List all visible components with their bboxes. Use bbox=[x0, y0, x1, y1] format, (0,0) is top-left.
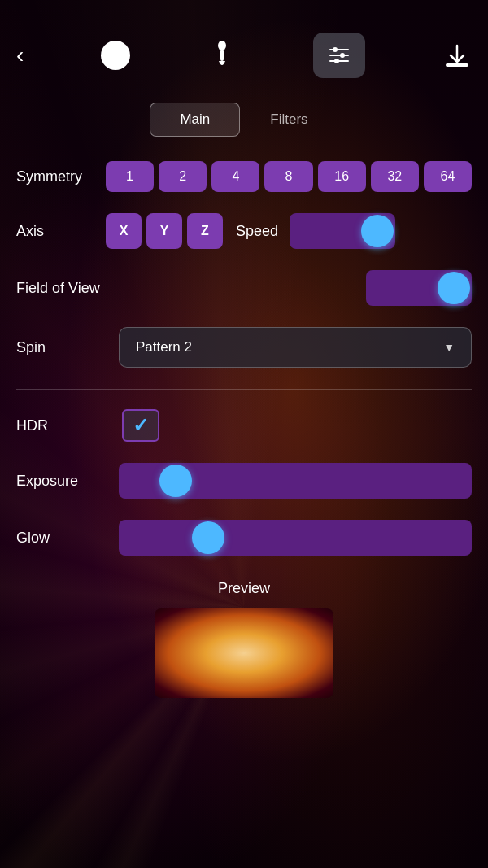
section-divider bbox=[16, 389, 472, 390]
svg-rect-1 bbox=[220, 50, 224, 61]
exposure-knob bbox=[159, 465, 192, 497]
glow-row: Glow bbox=[16, 520, 472, 556]
glow-knob bbox=[192, 521, 224, 554]
circle-icon bbox=[101, 41, 130, 70]
back-button[interactable]: ‹ bbox=[16, 42, 24, 68]
axis-buttons: X Y Z bbox=[106, 213, 223, 249]
field-of-view-label: Field of View bbox=[16, 280, 106, 297]
chevron-down-icon: ▼ bbox=[443, 341, 455, 354]
controls-panel: Symmetry 1 2 4 8 16 32 64 Axis X Y Z Spe… bbox=[0, 161, 488, 556]
tab-bar: Main Filters bbox=[0, 103, 488, 137]
svg-rect-8 bbox=[446, 63, 468, 67]
sliders-icon bbox=[328, 44, 351, 67]
hdr-row: HDR ✓ bbox=[16, 409, 472, 442]
axis-label: Axis bbox=[16, 223, 106, 240]
exposure-row: Exposure bbox=[16, 463, 472, 499]
speed-slider[interactable] bbox=[290, 213, 395, 249]
symmetry-label: Symmetry bbox=[16, 168, 106, 185]
preview-thumbnail bbox=[155, 608, 333, 698]
download-button[interactable] bbox=[442, 42, 472, 68]
axis-row: Axis X Y Z Speed bbox=[16, 213, 472, 249]
axis-btn-z[interactable]: Z bbox=[187, 213, 223, 249]
axis-btn-y[interactable]: Y bbox=[146, 213, 182, 249]
sym-btn-2[interactable]: 2 bbox=[159, 161, 207, 192]
glow-slider[interactable] bbox=[119, 520, 472, 556]
symmetry-row: Symmetry 1 2 4 8 16 32 64 bbox=[16, 161, 472, 192]
svg-point-5 bbox=[340, 53, 345, 58]
sym-btn-16[interactable]: 16 bbox=[318, 161, 366, 192]
spin-label: Spin bbox=[16, 339, 106, 356]
svg-point-0 bbox=[218, 41, 226, 50]
sym-btn-64[interactable]: 64 bbox=[424, 161, 472, 192]
toolbar: ‹ bbox=[0, 0, 488, 94]
sym-btn-1[interactable]: 1 bbox=[106, 161, 154, 192]
speed-label: Speed bbox=[236, 223, 278, 240]
svg-point-7 bbox=[334, 59, 339, 63]
spin-row: Spin Pattern 2 ▼ bbox=[16, 327, 472, 368]
brush-icon bbox=[208, 41, 236, 69]
speed-knob bbox=[361, 215, 394, 247]
glow-label: Glow bbox=[16, 530, 106, 547]
tab-filters[interactable]: Filters bbox=[240, 103, 338, 137]
sym-btn-4[interactable]: 4 bbox=[211, 161, 259, 192]
download-icon bbox=[442, 42, 472, 68]
exposure-slider[interactable] bbox=[119, 463, 472, 499]
preview-label: Preview bbox=[0, 580, 488, 597]
circle-mode-button[interactable] bbox=[101, 41, 130, 70]
settings-button[interactable] bbox=[313, 33, 365, 78]
sym-btn-8[interactable]: 8 bbox=[264, 161, 312, 192]
svg-point-3 bbox=[333, 47, 338, 52]
check-icon: ✓ bbox=[133, 414, 149, 437]
brush-button[interactable] bbox=[208, 41, 236, 69]
back-icon: ‹ bbox=[16, 42, 24, 68]
field-of-view-row: Field of View bbox=[16, 270, 472, 306]
hdr-label: HDR bbox=[16, 417, 106, 434]
spin-dropdown[interactable]: Pattern 2 ▼ bbox=[119, 327, 472, 368]
field-of-view-slider[interactable] bbox=[366, 270, 472, 306]
spin-value: Pattern 2 bbox=[136, 339, 192, 355]
exposure-label: Exposure bbox=[16, 473, 106, 490]
axis-btn-x[interactable]: X bbox=[106, 213, 142, 249]
preview-section: Preview bbox=[0, 580, 488, 701]
tab-main[interactable]: Main bbox=[150, 103, 240, 137]
sym-btn-32[interactable]: 32 bbox=[371, 161, 419, 192]
field-of-view-knob bbox=[438, 272, 470, 304]
symmetry-buttons: 1 2 4 8 16 32 64 bbox=[106, 161, 472, 192]
hdr-checkbox[interactable]: ✓ bbox=[122, 409, 159, 442]
